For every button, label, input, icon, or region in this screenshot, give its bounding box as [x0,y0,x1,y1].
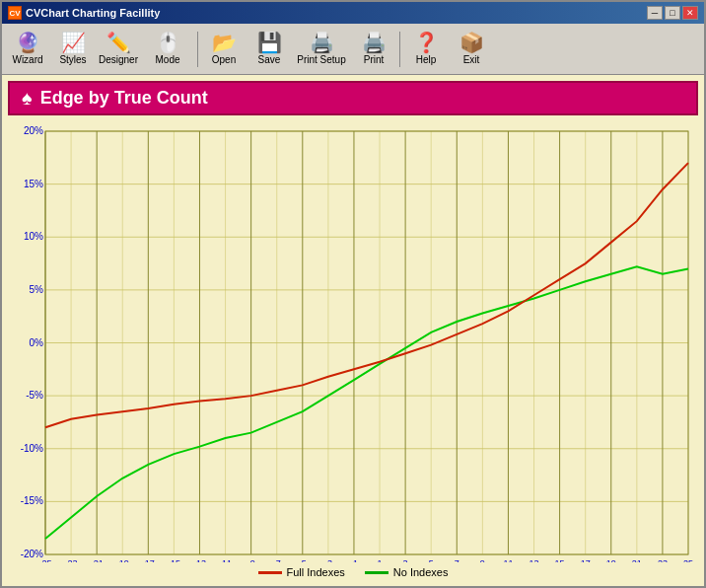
close-button[interactable]: ✕ [682,6,698,20]
exit-label: Exit [463,54,480,65]
mode-icon: 🖱️ [156,33,180,52]
legend-label-full: Full Indexes [287,566,345,578]
designer-button[interactable]: ✏️ Designer [97,27,140,72]
mode-button[interactable]: 🖱️ Mode [142,27,193,72]
print-button[interactable]: 🖨️ Print [352,27,395,72]
print-label: Print [364,54,385,65]
exit-button[interactable]: 📦 Exit [450,27,493,72]
toolbar-separator-1 [197,32,198,67]
app-icon: CV [8,6,22,20]
main-area: ♠ Edge by True Count Full Indexes No Ind… [2,75,704,586]
chart-area [8,123,698,562]
legend-label-no: No Indexes [393,566,449,578]
designer-label: Designer [99,54,138,65]
help-button[interactable]: ❓ Help [404,27,448,72]
chart-title: Edge by True Count [40,88,208,109]
main-window: CV CVChart Charting Facillity ─ □ ✕ 🔮 Wi… [0,0,706,588]
maximize-button[interactable]: □ [665,6,680,20]
legend-item-no: No Indexes [365,566,449,578]
chart-title-box: ♠ Edge by True Count [8,81,698,115]
print-setup-button[interactable]: 🖨️ Print Setup [293,27,350,72]
wizard-label: Wizard [12,54,42,65]
open-icon: 📂 [212,33,237,52]
save-icon: 💾 [257,33,282,52]
print-icon: 🖨️ [362,33,387,52]
open-label: Open [212,54,236,65]
title-bar: CV CVChart Charting Facillity ─ □ ✕ [2,2,704,24]
styles-button[interactable]: 📈 Styles [51,27,95,72]
legend-item-full: Full Indexes [258,566,345,578]
window-title: CVChart Charting Facillity [26,7,160,19]
save-button[interactable]: 💾 Save [247,27,291,72]
mode-label: Mode [155,54,179,65]
designer-icon: ✏️ [106,33,131,52]
legend-line-full [258,571,282,574]
styles-icon: 📈 [61,33,86,52]
save-label: Save [258,54,281,65]
chart-title-icon: ♠ [22,87,33,110]
styles-label: Styles [59,54,86,65]
wizard-icon: 🔮 [16,33,40,52]
open-button[interactable]: 📂 Open [202,27,246,72]
minimize-button[interactable]: ─ [647,6,663,20]
help-icon: ❓ [414,33,439,52]
chart-legend: Full Indexes No Indexes [8,562,698,580]
wizard-button[interactable]: 🔮 Wizard [6,27,49,72]
exit-icon: 📦 [459,33,484,52]
toolbar: 🔮 Wizard 📈 Styles ✏️ Designer 🖱️ Mode 📂 … [2,24,704,75]
legend-line-no [365,571,388,574]
chart-canvas [8,123,698,562]
help-label: Help [416,54,437,65]
print-setup-label: Print Setup [297,54,345,65]
print-setup-icon: 🖨️ [310,33,334,52]
toolbar-separator-2 [399,32,400,67]
